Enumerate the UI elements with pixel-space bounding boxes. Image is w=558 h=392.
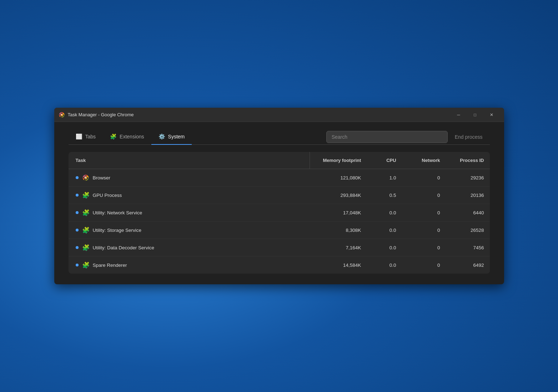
cell-pid: 26528	[446, 222, 490, 239]
process-table-container: Task Memory footprint CPU Network Proces…	[69, 152, 490, 274]
tab-extensions-icon: 🧩	[110, 133, 117, 140]
table-row[interactable]: 🧩Utility: Storage Service8,308K0.0026528	[69, 222, 490, 239]
table-row[interactable]: 🧩Utility: Network Service17,048K0.006440	[69, 204, 490, 222]
tab-bar: ⬜ Tabs 🧩 Extensions ⚙️ System	[69, 129, 192, 144]
tab-system-icon: ⚙️	[159, 133, 165, 140]
cell-pid: 6440	[446, 204, 490, 222]
title-bar: Task Manager - Google Chrome ─ □ ✕	[54, 108, 504, 122]
cell-cpu: 0.5	[367, 187, 402, 204]
cell-memory: 8,308K	[310, 222, 367, 239]
status-dot	[76, 246, 79, 249]
task-cell: 🧩Utility: Storage Service	[69, 222, 310, 239]
cell-cpu: 0.0	[367, 239, 402, 256]
status-dot	[76, 194, 79, 197]
table-row[interactable]: 🧩GPU Process293,884K0.5020136	[69, 187, 490, 204]
cell-memory: 17,048K	[310, 204, 367, 222]
cell-network: 0	[402, 256, 446, 274]
cell-pid: 6492	[446, 256, 490, 274]
table-row[interactable]: Browser121,080K1.0029236	[69, 169, 490, 187]
cell-pid: 29236	[446, 169, 490, 187]
task-name: Utility: Network Service	[93, 210, 142, 215]
task-name: Browser	[93, 175, 111, 180]
tab-extensions[interactable]: 🧩 Extensions	[103, 129, 151, 145]
cell-cpu: 1.0	[367, 169, 402, 187]
close-button[interactable]: ✕	[483, 108, 500, 122]
process-table: Task Memory footprint CPU Network Proces…	[69, 152, 490, 274]
table-row[interactable]: 🧩Utility: Data Decoder Service7,164K0.00…	[69, 239, 490, 256]
cell-memory: 121,080K	[310, 169, 367, 187]
cell-network: 0	[402, 204, 446, 222]
cell-network: 0	[402, 169, 446, 187]
puzzle-icon: 🧩	[82, 244, 89, 251]
tab-extensions-label: Extensions	[120, 134, 144, 139]
window-controls: ─ □ ✕	[451, 108, 500, 122]
cell-memory: 7,164K	[310, 239, 367, 256]
tab-system-label: System	[168, 134, 185, 139]
cell-memory: 293,884K	[310, 187, 367, 204]
cell-network: 0	[402, 239, 446, 256]
task-cell: 🧩Utility: Network Service	[69, 204, 310, 222]
maximize-button[interactable]: □	[467, 108, 483, 122]
table-row[interactable]: 🧩Spare Renderer14,584K0.006492	[69, 256, 490, 274]
status-dot	[76, 211, 79, 214]
minimize-button[interactable]: ─	[451, 108, 467, 122]
task-name: GPU Process	[93, 193, 122, 198]
puzzle-icon: 🧩	[82, 226, 89, 234]
window-title: Task Manager - Google Chrome	[68, 112, 451, 117]
task-cell: 🧩Utility: Data Decoder Service	[69, 239, 310, 256]
task-name: Utility: Data Decoder Service	[93, 245, 155, 250]
task-name: Spare Renderer	[93, 263, 127, 268]
cell-cpu: 0.0	[367, 222, 402, 239]
task-cell: Browser	[69, 169, 310, 187]
tab-tabs-label: Tabs	[85, 134, 96, 139]
col-header-task[interactable]: Task	[69, 152, 310, 169]
task-cell: 🧩GPU Process	[69, 187, 310, 204]
search-input[interactable]	[326, 131, 448, 143]
cell-network: 0	[402, 187, 446, 204]
col-header-memory[interactable]: Memory footprint	[310, 152, 367, 169]
tab-system[interactable]: ⚙️ System	[151, 129, 192, 145]
task-cell: 🧩Spare Renderer	[69, 256, 310, 274]
table-header-row: Task Memory footprint CPU Network Proces…	[69, 152, 490, 169]
status-dot	[76, 176, 79, 179]
cell-network: 0	[402, 222, 446, 239]
end-process-button[interactable]: End process	[448, 131, 490, 143]
status-dot	[76, 264, 79, 266]
cell-cpu: 0.0	[367, 204, 402, 222]
chrome-logo-icon	[59, 112, 65, 118]
col-header-cpu[interactable]: CPU	[367, 152, 402, 169]
toolbar: ⬜ Tabs 🧩 Extensions ⚙️ System End proces…	[69, 129, 490, 145]
cell-pid: 20136	[446, 187, 490, 204]
puzzle-icon: 🧩	[82, 192, 89, 199]
chrome-icon	[82, 174, 89, 181]
col-header-pid[interactable]: Process ID	[446, 152, 490, 169]
col-header-network[interactable]: Network	[402, 152, 446, 169]
tab-tabs[interactable]: ⬜ Tabs	[69, 129, 103, 145]
cell-cpu: 0.0	[367, 256, 402, 274]
task-manager-window: Task Manager - Google Chrome ─ □ ✕ ⬜ Tab…	[54, 108, 504, 284]
cell-memory: 14,584K	[310, 256, 367, 274]
cell-pid: 7456	[446, 239, 490, 256]
tab-tabs-icon: ⬜	[76, 133, 82, 140]
puzzle-icon: 🧩	[82, 261, 89, 269]
status-dot	[76, 229, 79, 231]
main-content: ⬜ Tabs 🧩 Extensions ⚙️ System End proces…	[54, 122, 504, 284]
task-name: Utility: Storage Service	[93, 228, 142, 233]
puzzle-icon: 🧩	[82, 209, 89, 216]
